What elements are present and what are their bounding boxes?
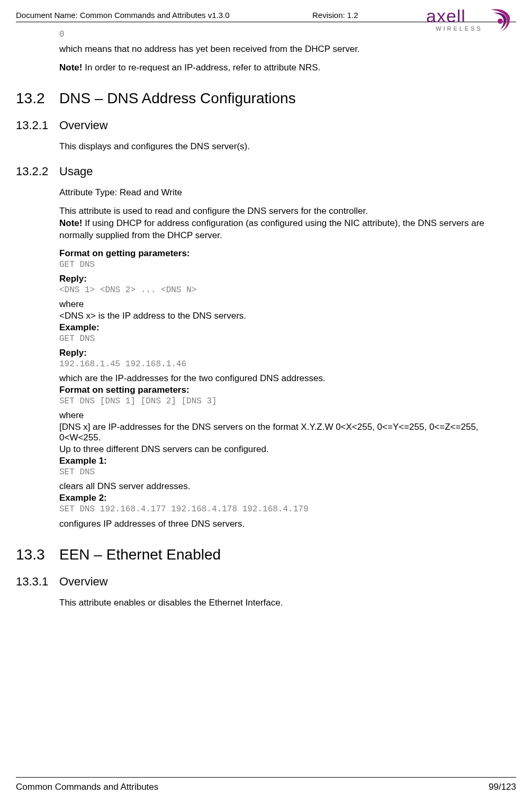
page-header: Document Name: Common Commands and Attri… [16,11,516,22]
intro-para: which means that no address has yet been… [59,43,484,56]
footer-title: Common Commands and Attributes [16,782,158,792]
where-label-2: where [59,410,484,421]
heading-num: 13.3.1 [16,575,59,589]
reply-code: <DNS 1> <DNS 2> ... <DNS N> [59,285,484,295]
note-text: In order to re-request an IP-address, re… [82,62,320,73]
example1-code: SET DNS [59,467,484,477]
intro-note: Note! In order to re-request an IP-addre… [59,62,484,74]
heading-13-2-2: 13.2.2 Usage [16,165,484,178]
example2-code: SET DNS 192.168.4.177 192.168.4.178 192.… [59,504,484,514]
example-code: GET DNS [59,334,484,344]
een-overview-body: This attribute enables or disables the E… [59,597,484,609]
page-number: 99/123 [489,782,516,792]
heading-num: 13.3 [16,546,59,563]
heading-13-3-1: 13.3.1 Overview [16,575,484,589]
overview-body: This displays and configures the DNS ser… [59,141,484,153]
heading-title: Overview [59,119,108,132]
heading-num: 13.2.1 [16,119,59,132]
reply-code-2: 192.168.1.45 192.168.1.46 [59,359,484,369]
example2-desc: configures IP addresses of three DNS ser… [59,518,484,530]
content-body: 0 which means that no address has yet be… [59,30,484,609]
doc-name: Document Name: Common Commands and Attri… [16,11,230,20]
heading-13-2-1: 13.2.1 Overview [16,119,484,132]
where-desc-2b: Up to three different DNS servers can be… [59,444,484,455]
logo: axell WIRELESS [426,6,521,39]
axell-logo-icon: axell WIRELESS [426,6,521,36]
set-code: SET DNS [DNS 1] [DNS 2] [DNS 3] [59,396,484,406]
heading-title: EEN – Ethernet Enabled [59,546,221,563]
where-desc: <DNS x> is the IP address to the DNS ser… [59,311,484,321]
heading-title: Usage [59,165,93,178]
svg-text:axell: axell [426,6,466,26]
page-footer: Common Commands and Attributes 99/123 [16,777,516,792]
heading-title: DNS – DNS Address Configurations [59,90,296,107]
heading-num: 13.2.2 [16,165,59,178]
reply-label-2: Reply: [59,348,484,358]
note-label: Note! [59,62,82,73]
attr-type: Attribute Type: Read and Write [59,187,484,199]
note-text: If using DHCP for address configuration … [59,218,484,240]
heading-num: 13.2 [16,90,59,107]
format-set-label: Format on setting parameters: [59,385,484,395]
svg-text:WIRELESS: WIRELESS [436,25,483,32]
desc-text: This attribute is used to read and confi… [59,206,368,216]
example-label: Example: [59,322,484,333]
heading-title: Overview [59,575,108,589]
format-get-label: Format on getting parameters: [59,248,484,259]
reply-desc-2: which are the IP-addresses for the two c… [59,373,484,384]
svg-point-2 [498,19,503,24]
note-label: Note! [59,218,82,228]
usage-desc: This attribute is used to read and confi… [59,205,484,242]
revision: Revision: 1.2 [312,11,358,20]
reply-label: Reply: [59,274,484,284]
get-dns-code: GET DNS [59,260,484,269]
heading-13-3: 13.3 EEN – Ethernet Enabled [16,546,484,563]
example1-label: Example 1: [59,456,484,466]
where-label: where [59,299,484,310]
heading-13-2: 13.2 DNS – DNS Address Configurations [16,90,484,107]
example2-label: Example 2: [59,493,484,503]
example1-desc: clears all DNS server addresses. [59,481,484,492]
where-desc-2a: [DNS x] are IP-addresses for the DNS ser… [59,422,484,443]
code-zero: 0 [59,30,484,39]
